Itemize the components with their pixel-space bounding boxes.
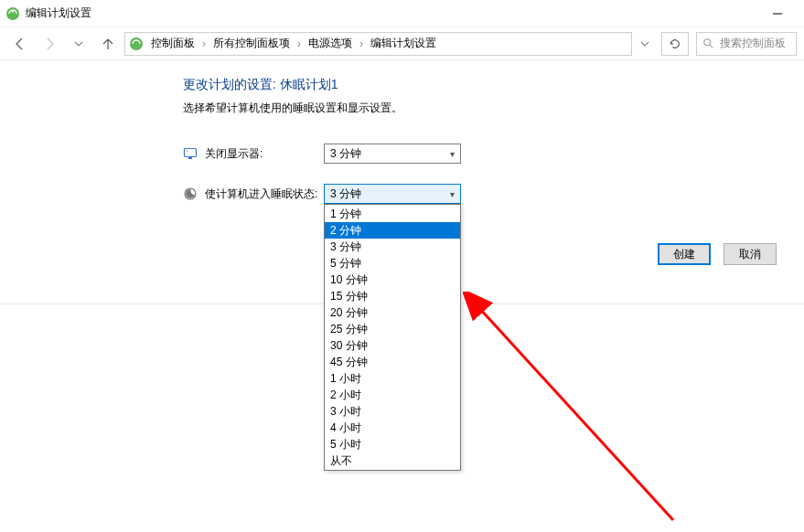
svg-rect-7 bbox=[188, 157, 192, 159]
window-title: 编辑计划设置 bbox=[26, 5, 91, 21]
svg-point-8 bbox=[187, 150, 188, 152]
breadcrumb-item[interactable]: 编辑计划设置 bbox=[369, 36, 438, 51]
sleep-option[interactable]: 5 分钟 bbox=[325, 255, 460, 271]
display-off-value: 3 分钟 bbox=[330, 146, 361, 162]
cancel-button-label: 取消 bbox=[739, 247, 761, 262]
sleep-option[interactable]: 4 小时 bbox=[325, 420, 460, 436]
sleep-option[interactable]: 2 分钟 bbox=[325, 222, 460, 239]
navbar: 控制面板 › 所有控制面板项 › 电源选项 › 编辑计划设置 搜索控制面板 bbox=[0, 27, 804, 60]
sleep-option[interactable]: 从不 bbox=[325, 452, 460, 469]
sleep-option[interactable]: 5 小时 bbox=[325, 436, 460, 452]
breadcrumb-item[interactable]: 所有控制面板项 bbox=[211, 36, 292, 51]
sleep-label: 使计算机进入睡眠状态: bbox=[205, 186, 324, 202]
sleep-value: 3 分钟 bbox=[330, 186, 361, 202]
nav-back-button[interactable] bbox=[7, 31, 33, 57]
svg-rect-6 bbox=[185, 149, 197, 157]
titlebar: 编辑计划设置 bbox=[0, 0, 804, 27]
display-off-label: 关闭显示器: bbox=[205, 146, 324, 162]
sleep-option[interactable]: 3 小时 bbox=[325, 403, 460, 420]
sleep-option[interactable]: 15 分钟 bbox=[325, 288, 460, 304]
refresh-button[interactable] bbox=[661, 32, 689, 56]
search-icon bbox=[702, 37, 714, 49]
annotation-arrow bbox=[463, 292, 701, 529]
minimize-button[interactable] bbox=[756, 0, 799, 27]
sleep-option[interactable]: 3 分钟 bbox=[325, 239, 460, 255]
sleep-option[interactable]: 30 分钟 bbox=[325, 337, 460, 354]
content-area: 更改计划的设置: 休眠计划1 选择希望计算机使用的睡眠设置和显示设置。 关闭显示… bbox=[0, 60, 804, 204]
moon-icon bbox=[183, 186, 198, 201]
sleep-option[interactable]: 1 小时 bbox=[325, 370, 460, 387]
create-button[interactable]: 创建 bbox=[658, 243, 711, 265]
chevron-right-icon: › bbox=[198, 37, 209, 50]
chevron-down-icon: ▾ bbox=[450, 149, 455, 159]
breadcrumb-item[interactable]: 控制面板 bbox=[149, 36, 197, 51]
nav-forward-button[interactable] bbox=[37, 31, 62, 57]
setting-row-display-off: 关闭显示器: 3 分钟 ▾ bbox=[183, 144, 713, 164]
monitor-icon bbox=[183, 146, 198, 161]
sleep-option[interactable]: 45 分钟 bbox=[325, 354, 460, 370]
search-placeholder: 搜索控制面板 bbox=[720, 36, 786, 51]
page-subtext: 选择希望计算机使用的睡眠设置和显示设置。 bbox=[183, 101, 713, 116]
nav-recent-button[interactable] bbox=[66, 31, 91, 57]
address-dropdown-button[interactable] bbox=[636, 31, 654, 57]
nav-up-button[interactable] bbox=[95, 31, 121, 57]
chevron-right-icon: › bbox=[294, 37, 305, 50]
sleep-option[interactable]: 2 小时 bbox=[325, 387, 460, 403]
sleep-option[interactable]: 20 分钟 bbox=[325, 304, 460, 321]
cancel-button[interactable]: 取消 bbox=[724, 243, 777, 265]
app-icon bbox=[5, 6, 20, 21]
sleep-option[interactable]: 1 分钟 bbox=[325, 206, 460, 222]
svg-point-3 bbox=[130, 37, 143, 50]
sleep-option[interactable]: 10 分钟 bbox=[325, 271, 460, 288]
svg-line-10 bbox=[479, 308, 673, 520]
sleep-option[interactable]: 25 分钟 bbox=[325, 321, 460, 337]
svg-point-4 bbox=[704, 39, 711, 46]
svg-line-5 bbox=[710, 45, 713, 48]
svg-rect-2 bbox=[773, 13, 782, 14]
button-row: 创建 取消 bbox=[658, 243, 777, 265]
address-icon bbox=[129, 37, 144, 51]
svg-point-1 bbox=[12, 10, 14, 12]
chevron-right-icon: › bbox=[356, 37, 367, 50]
breadcrumb-item[interactable]: 电源选项 bbox=[306, 36, 354, 51]
setting-row-sleep: 使计算机进入睡眠状态: 3 分钟 ▾ 1 分钟2 分钟3 分钟5 分钟10 分钟… bbox=[183, 184, 713, 204]
chevron-down-icon: ▾ bbox=[450, 189, 455, 199]
sleep-select[interactable]: 3 分钟 ▾ 1 分钟2 分钟3 分钟5 分钟10 分钟15 分钟20 分钟25… bbox=[324, 184, 461, 204]
address-bar[interactable]: 控制面板 › 所有控制面板项 › 电源选项 › 编辑计划设置 bbox=[124, 32, 632, 56]
sleep-dropdown[interactable]: 1 分钟2 分钟3 分钟5 分钟10 分钟15 分钟20 分钟25 分钟30 分… bbox=[324, 204, 461, 471]
display-off-select[interactable]: 3 分钟 ▾ bbox=[324, 144, 461, 164]
create-button-label: 创建 bbox=[673, 247, 695, 262]
page-heading: 更改计划的设置: 休眠计划1 bbox=[183, 77, 713, 93]
svg-point-0 bbox=[6, 7, 19, 20]
search-input[interactable]: 搜索控制面板 bbox=[696, 32, 797, 56]
